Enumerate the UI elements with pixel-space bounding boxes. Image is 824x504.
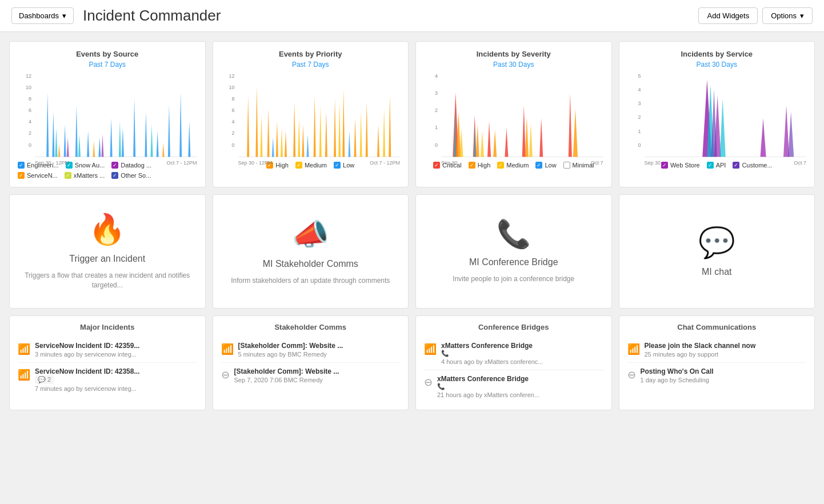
mi-stakeholder-comms-card[interactable]: 📣 MI Stakeholder Comms Inform stakeholde… [213, 194, 409, 309]
feed-title: Conference Bridges [424, 323, 603, 331]
svg-marker-34 [342, 89, 345, 157]
add-widgets-button[interactable]: Add Widgets [698, 7, 758, 24]
chat-icon: 💬 [698, 225, 735, 260]
incidents-by-severity-card: Incidents by Severity Past 30 Days 43210 [415, 41, 612, 187]
incidents-by-service-card: Incidents by Service Past 30 Days 543210 [619, 41, 815, 187]
svg-marker-56 [569, 94, 572, 157]
svg-marker-53 [505, 128, 508, 157]
header-actions: Add Widgets Options ▾ [698, 7, 813, 24]
svg-marker-54 [522, 105, 526, 157]
svg-marker-38 [389, 95, 391, 157]
feed-item: 📶 ServiceNow Incident ID: 42358... 💬 2 7… [18, 363, 197, 397]
events-by-source-card: Events by Source Past 7 Days 121086420 [9, 41, 206, 187]
actions-row: 🔥 Trigger an Incident Triggers a flow th… [9, 194, 815, 309]
feed-content: xMatters Conference Bridge 📞 4 hours ago… [441, 342, 603, 365]
svg-marker-62 [459, 128, 463, 157]
megaphone-icon: 📣 [292, 217, 329, 252]
feed-item: 📶 xMatters Conference Bridge 📞 4 hours a… [424, 337, 603, 370]
feed-item-name: xMatters Conference Bridge [441, 342, 603, 350]
feed-item: 📶 Please join the Slack channel now 25 m… [627, 337, 807, 363]
feed-item-meta: 25 minutes ago by support [645, 351, 807, 358]
svg-marker-35 [354, 118, 356, 157]
svg-marker-1 [52, 112, 54, 157]
svg-marker-73 [719, 99, 725, 157]
chart-subtitle: Past 30 Days [697, 61, 737, 69]
action-title: MI Stakeholder Comms [263, 259, 358, 269]
y-axis-labels: 121086420 [18, 73, 31, 157]
feed-title: Chat Communications [627, 323, 807, 331]
phone-icon-small: 📞 [441, 350, 603, 357]
charts-row: Events by Source Past 7 Days 121086420 [9, 41, 815, 187]
svg-marker-71 [783, 105, 789, 157]
svg-marker-61 [573, 109, 578, 157]
svg-marker-20 [58, 144, 61, 157]
svg-marker-18 [67, 138, 69, 157]
svg-marker-16 [119, 122, 121, 157]
chart-title: Incidents by Service [681, 50, 753, 58]
mi-conference-bridge-card[interactable]: 📞 MI Conference Bridge Invite people to … [415, 194, 612, 309]
dashboards-button[interactable]: Dashboards ▾ [11, 7, 74, 24]
feed-item-name: xMatters Conference Bridge [437, 375, 603, 383]
svg-marker-5 [98, 138, 101, 157]
legend-item: ✓ ServiceN... [18, 172, 58, 179]
chart-subtitle: Past 7 Days [292, 61, 329, 69]
dashboards-label: Dashboards [19, 11, 59, 20]
phone-icon-small: 📞 [437, 383, 603, 390]
chevron-down-icon: ▾ [62, 11, 66, 20]
svg-marker-0 [46, 93, 49, 157]
y-axis-labels: 543210 [627, 73, 641, 157]
feed-title: Stakeholder Comms [221, 323, 401, 331]
feed-item: ⊖ [Stakeholder Comm]: Website ... Sep 7,… [221, 363, 401, 388]
svg-marker-52 [487, 122, 491, 157]
svg-marker-24 [247, 95, 249, 157]
chart-area: 43210 [424, 73, 603, 157]
svg-marker-27 [275, 122, 278, 157]
feed-content: xMatters Conference Bridge 📞 21 hours ag… [437, 375, 603, 398]
svg-marker-63 [481, 131, 484, 157]
svg-marker-60 [525, 117, 529, 157]
svg-marker-21 [93, 141, 95, 157]
svg-marker-15 [78, 134, 81, 157]
legend-item: ✓ xMatters ... [65, 172, 105, 179]
feed-item: 📶 [Stakeholder Comm]: Website ... 5 minu… [221, 337, 401, 363]
feed-item: ⊖ Posting Who's On Call 1 day ago by Sch… [627, 363, 807, 388]
svg-marker-59 [493, 130, 497, 157]
y-axis-labels: 121086420 [221, 73, 235, 157]
options-label: Options [771, 11, 797, 20]
svg-marker-31 [313, 95, 315, 157]
mi-chat-card[interactable]: 💬 MI chat [619, 194, 815, 309]
options-button[interactable]: Options ▾ [762, 7, 813, 24]
action-desc: Invite people to join a conference bridg… [453, 274, 574, 284]
chart-svg [238, 73, 401, 157]
feed-item-meta: 5 minutes ago by BMC Remedy [238, 351, 401, 358]
events-by-priority-card: Events by Priority Past 7 Days 121086420 [213, 41, 409, 187]
feed-content: Please join the Slack channel now 25 min… [645, 342, 807, 358]
svg-marker-64 [529, 123, 533, 157]
svg-marker-32 [325, 112, 327, 157]
muted-icon: ⊖ [221, 369, 230, 381]
svg-marker-39 [260, 115, 262, 157]
chat-communications-feed: Chat Communications 📶 Please join the Sl… [619, 315, 815, 410]
chart-title: Incidents by Severity [477, 50, 551, 58]
svg-marker-44 [359, 112, 362, 157]
svg-marker-10 [157, 131, 159, 157]
svg-marker-58 [476, 125, 479, 157]
chart-subtitle: Past 7 Days [89, 61, 126, 69]
trigger-incident-card[interactable]: 🔥 Trigger an Incident Triggers a flow th… [9, 194, 206, 309]
svg-marker-37 [377, 125, 379, 157]
fire-icon: 🔥 [89, 212, 126, 247]
signal-icon: 📶 [424, 343, 437, 355]
feed-item: 📶 ServiceNow Incident ID: 42359... 3 min… [18, 337, 197, 363]
feed-item-meta: 7 minutes ago by servicenow integ... [35, 385, 197, 392]
x-axis-labels: Sep 30 Oct 7 [645, 160, 807, 166]
header: Dashboards ▾ Incident Commander Add Widg… [0, 0, 824, 32]
svg-marker-26 [267, 109, 269, 157]
svg-marker-28 [285, 131, 287, 157]
x-axis-labels: Sep 30 - 12PM Oct 7 - 12PM [238, 160, 401, 166]
svg-marker-25 [255, 86, 258, 157]
legend-item: ✓ Other So... [111, 172, 151, 179]
feed-item-name: Please join the Slack channel now [645, 342, 807, 350]
muted-icon: ⊖ [424, 376, 433, 389]
svg-marker-30 [302, 125, 304, 157]
feeds-row: Major Incidents 📶 ServiceNow Incident ID… [9, 315, 815, 410]
